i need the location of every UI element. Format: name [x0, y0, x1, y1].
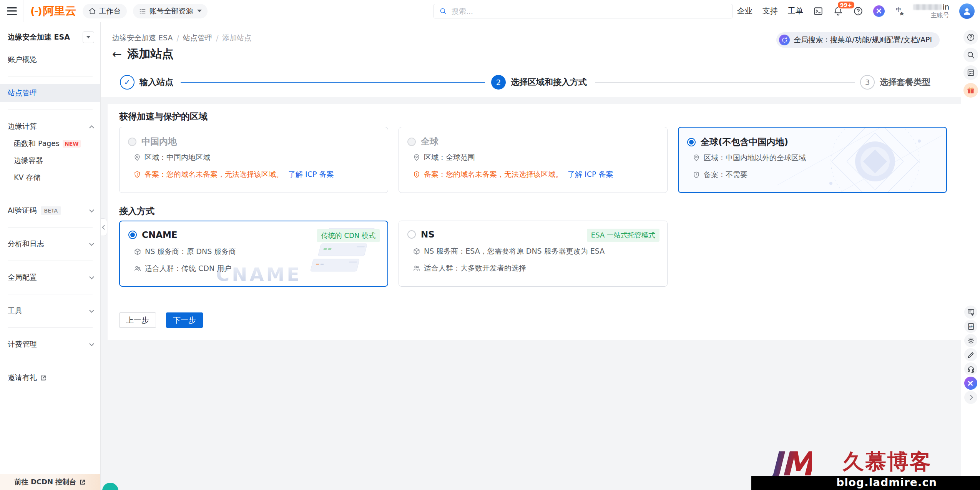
product-switcher-button[interactable] — [83, 32, 94, 43]
goto-dcdn-console-button[interactable]: 前往 DCDN 控制台 — [0, 474, 100, 490]
sidebar-collapse-handle[interactable] — [101, 218, 107, 236]
sidebar-item-site-management[interactable]: 站点管理 — [0, 84, 100, 102]
topbar-link-tickets[interactable]: 工单 — [788, 6, 803, 16]
beta-badge: BETA — [41, 206, 61, 215]
feedback-pencil-icon[interactable] — [964, 348, 977, 361]
support-headset-icon[interactable] — [964, 362, 977, 375]
help-icon[interactable] — [853, 6, 863, 16]
sidebar-group-billing[interactable]: 计费管理 — [0, 336, 100, 353]
icp-learn-link[interactable]: 了解 ICP 备案 — [288, 169, 334, 179]
watermark-url: blog.ladmire.cn — [836, 476, 937, 489]
purchase-board-icon[interactable] — [964, 306, 977, 319]
collapse-right-icon[interactable] — [964, 391, 977, 404]
cube-icon — [134, 248, 141, 256]
sidebar-group-global-config[interactable]: 全局配置 — [0, 269, 100, 286]
x-app-icon[interactable] — [873, 5, 885, 17]
topbar-link-support[interactable]: 支持 — [762, 6, 778, 16]
global-search-icon — [779, 35, 790, 45]
chevron-down-icon — [89, 208, 94, 213]
sidebar-group-tools[interactable]: 工具 — [0, 302, 100, 320]
account-resources-dropdown[interactable]: 账号全部资源 — [133, 4, 208, 18]
sidebar-group-edge-compute[interactable]: 边缘计算 — [0, 118, 100, 135]
radio-selected — [128, 231, 137, 239]
breadcrumb-item-site-management[interactable]: 站点管理 — [183, 33, 212, 43]
svg-text:API: API — [969, 325, 973, 327]
region-card-global[interactable]: 全球 区域：全球范围 备案：您的域名未备案，无法选择该区域。 了解 ICP 备案 — [399, 127, 668, 193]
search-icon — [439, 7, 447, 15]
sidebar-item-functions-pages[interactable]: 函数和 Pages NEW — [0, 135, 100, 152]
people-icon — [134, 265, 141, 272]
notification-bell-icon[interactable]: 99+ — [833, 6, 843, 16]
avatar[interactable] — [959, 3, 975, 19]
back-arrow-icon[interactable]: ← — [112, 48, 122, 60]
prev-step-button[interactable]: 上一步 — [119, 312, 156, 328]
help-icon[interactable] — [963, 30, 978, 45]
api-doc-icon[interactable]: API — [964, 320, 977, 333]
sidebar-item-account-overview[interactable]: 账户概览 — [0, 51, 100, 68]
next-step-button[interactable]: 下一步 — [166, 312, 203, 328]
sidebar-item-invite[interactable]: 邀请有礼 — [0, 369, 100, 387]
chevron-down-icon — [89, 341, 94, 346]
external-link-icon — [40, 375, 47, 381]
account-type-label: 主账号 — [931, 12, 949, 19]
aliyun-logo[interactable]: (-) 阿里云 — [30, 3, 76, 19]
toolbar-divider — [966, 301, 976, 301]
language-toggle-icon[interactable]: 中A — [895, 6, 905, 17]
region-card-china-mainland[interactable]: 中国内地 区域：中国内地区域 备案：您的域名未备案，无法选择该区域。 了解 IC… — [119, 127, 388, 193]
workbench-button[interactable]: 工作台 — [83, 4, 127, 18]
radio-selected — [687, 138, 696, 146]
global-search-button[interactable]: 全局搜索：搜菜单/功能/规则配置/文档/API — [776, 32, 940, 48]
product-title: 边缘安全加速 ESA — [8, 32, 70, 42]
chevron-right-icon — [967, 395, 973, 400]
access-card-ns[interactable]: NS ESA 一站式托管模式 NS 服务商：ESA，您需要将原 DNS 服务器更… — [399, 221, 668, 287]
breadcrumb-item-esa[interactable]: 边缘安全加速 ESA — [112, 33, 173, 43]
search-input[interactable] — [451, 7, 712, 16]
notification-badge: 99+ — [837, 1, 855, 10]
username: in — [913, 3, 949, 12]
home-icon — [88, 7, 96, 15]
chevron-up-icon — [89, 125, 94, 130]
chat-bubble-button[interactable] — [102, 483, 118, 490]
hamburger-menu-icon[interactable] — [7, 7, 17, 15]
x-app-icon[interactable] — [964, 377, 977, 390]
region-cards: 中国内地 区域：中国内地区域 备案：您的域名未备案，无法选择该区域。 了解 IC… — [119, 127, 947, 193]
step-3-circle: 3 — [860, 75, 875, 90]
icp-learn-link[interactable]: 了解 ICP 备案 — [568, 169, 613, 179]
sidebar-item-edge-container[interactable]: 边缘容器 — [0, 152, 100, 169]
sidebar-divider — [8, 361, 93, 361]
survey-checklist-icon[interactable] — [963, 65, 978, 80]
aliyun-logo-mark: (-) — [30, 5, 42, 17]
region-info-line: 区域：中国内地区域 — [133, 153, 334, 163]
stepper-step-2: 2 选择区域和接入方式 — [491, 75, 587, 90]
topbar: (-) 阿里云 工作台 账号全部资源 费用 备案 企业 支持 工单 99+ — [0, 0, 980, 22]
shield-icon — [133, 171, 141, 178]
watermark-bar — [751, 476, 980, 490]
page-title: 添加站点 — [127, 46, 173, 62]
step-2-circle: 2 — [491, 75, 506, 90]
gift-icon[interactable] — [963, 83, 978, 98]
chevron-down-icon — [89, 241, 94, 246]
topbar-link-enterprise[interactable]: 企业 — [737, 6, 752, 16]
settings-gear-icon[interactable] — [964, 334, 977, 347]
chevron-down-icon — [89, 274, 94, 279]
region-info-line: 区域：全球范围 — [413, 153, 613, 163]
location-pin-icon — [413, 154, 420, 161]
shield-icon — [693, 171, 700, 179]
sidebar-group-ai-captcha[interactable]: AI验证码 BETA — [0, 202, 100, 219]
chevron-down-icon — [197, 10, 202, 12]
sidebar-group-analytics-logs[interactable]: 分析和日志 — [0, 235, 100, 253]
topbar-search[interactable] — [434, 4, 733, 18]
new-badge: NEW — [63, 140, 81, 148]
location-pin-icon — [693, 154, 700, 162]
sidebar-item-kv-storage[interactable]: KV 存储 — [0, 169, 100, 186]
cname-mode-badge: 传统的 CDN 模式 — [317, 229, 380, 242]
access-card-cname[interactable]: CNAME CNAME 传统的 CDN 模式 — [119, 221, 388, 287]
search-icon[interactable] — [963, 48, 978, 62]
icp-info-line: 备案：不需要 — [693, 170, 806, 180]
chevron-down-icon — [86, 36, 90, 38]
user-account[interactable]: in 主账号 — [913, 3, 949, 20]
region-card-global-ex-china[interactable]: 全球(不包含中国内地) 区域：中国内地以外的全球区域 备案：不需要 — [678, 127, 947, 193]
terminal-icon[interactable] — [813, 6, 823, 16]
radio-unselected — [407, 230, 416, 239]
ns-mode-badge: ESA 一站式托管模式 — [587, 229, 659, 242]
